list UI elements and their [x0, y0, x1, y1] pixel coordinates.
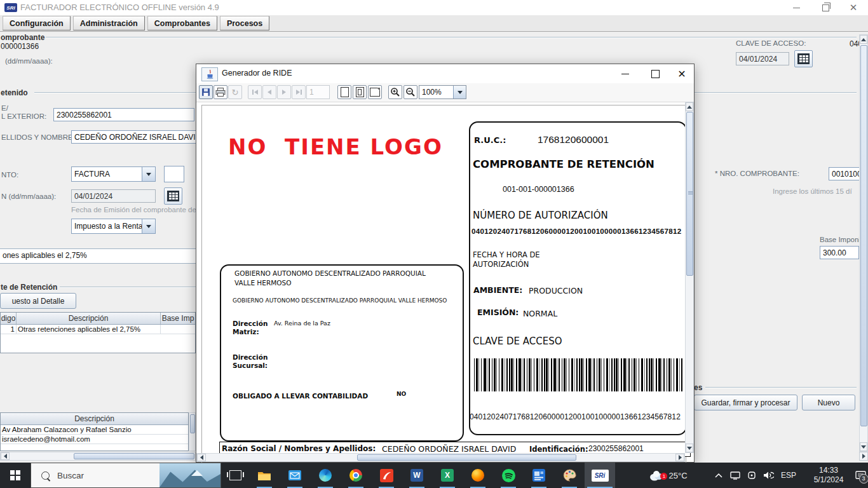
- scrollbar-thumb[interactable]: [74, 453, 194, 459]
- razon-social-value: CEDEÑO ORDOÑEZ ISRAEL DAVID: [382, 444, 516, 454]
- chevron-down-icon[interactable]: [142, 167, 155, 181]
- scroll-down-arrow[interactable]: [686, 444, 693, 452]
- tray-chevron[interactable]: [710, 463, 727, 488]
- scrollbar-thumb[interactable]: [357, 454, 576, 461]
- chevron-down-icon[interactable]: [453, 86, 466, 98]
- reload-button[interactable]: ↻: [228, 85, 242, 99]
- taskbar-item-edge[interactable]: [310, 463, 341, 488]
- action-center-button[interactable]: 3: [853, 463, 868, 488]
- menu-procesos[interactable]: Procesos: [220, 16, 269, 30]
- menu-comprobantes[interactable]: Comprobantes: [147, 16, 217, 30]
- taskbar-item-foxit[interactable]: [371, 463, 402, 488]
- tray-clock[interactable]: 14:33 5/1/2024: [802, 463, 855, 488]
- scroll-right-arrow[interactable]: [675, 454, 684, 461]
- group-line: [705, 387, 857, 388]
- taskbar-item-excel[interactable]: X: [432, 463, 463, 488]
- taskbar-item-explorer[interactable]: [249, 463, 280, 488]
- calendar-button-right[interactable]: [794, 50, 813, 67]
- tipo-doc-combo[interactable]: FACTURA: [71, 166, 156, 182]
- scrollbar-thumb[interactable]: [860, 45, 867, 426]
- small-checkbox-field[interactable]: [164, 166, 184, 182]
- scroll-left-arrow[interactable]: [1, 452, 10, 460]
- tray-security[interactable]: [743, 463, 760, 488]
- clock-date: 5/1/2024: [814, 475, 844, 485]
- col-descripcion2[interactable]: Descripción: [1, 413, 188, 424]
- scroll-up-arrow[interactable]: [686, 102, 693, 111]
- col-base[interactable]: Base Imp: [161, 313, 195, 324]
- calendar-button[interactable]: [164, 187, 182, 205]
- taskbar-item-news[interactable]: [524, 463, 554, 488]
- table-row[interactable]: 1 Otras retenciones aplicables el 2,75%: [1, 325, 195, 334]
- ride-maximize-button[interactable]: [641, 64, 670, 83]
- taskbar-item-chrome[interactable]: [341, 463, 371, 488]
- ride-dialog-title: Generador de RIDE: [222, 69, 292, 78]
- paint-icon: [563, 469, 576, 482]
- main-hscrollbar-left[interactable]: [0, 452, 196, 461]
- add-impuesto-button[interactable]: uesto al Detalle: [0, 293, 76, 309]
- edge-icon: [319, 469, 332, 482]
- taskbar-item-sri-active[interactable]: SRi: [585, 463, 615, 488]
- fit-width-view-button[interactable]: [368, 85, 382, 99]
- scroll-right-arrow[interactable]: [859, 452, 868, 461]
- scroll-down-arrow[interactable]: [860, 442, 867, 451]
- minimize-button[interactable]: [782, 0, 811, 15]
- restore-button[interactable]: [811, 0, 840, 15]
- ride-close-button[interactable]: ✕: [669, 64, 695, 83]
- scroll-up-arrow[interactable]: [860, 35, 867, 44]
- foxit-pdf-icon: [380, 469, 393, 482]
- chevron-down-icon[interactable]: [142, 219, 155, 233]
- guardar-firmar-button[interactable]: Guardar, firmar y procesar: [694, 395, 797, 410]
- prev-page-button[interactable]: [262, 85, 276, 99]
- taskbar-item-word[interactable]: W: [402, 463, 432, 488]
- single-page-view-button[interactable]: [337, 85, 351, 99]
- zoom-out-button[interactable]: [403, 85, 417, 99]
- fecha-emision-input[interactable]: 04/01/2024: [71, 189, 156, 203]
- close-button[interactable]: ✕: [839, 0, 868, 15]
- col-codigo[interactable]: digo: [1, 313, 17, 324]
- zoom-level-combo[interactable]: 100%: [419, 85, 466, 99]
- table-row[interactable]: Av Abraham Calazacon y Rafael Sanzio: [1, 425, 188, 435]
- fecha-right-input[interactable]: 04/01/2024: [736, 52, 789, 65]
- id-input[interactable]: 2300255862001: [53, 108, 194, 121]
- search-weather-image: [159, 463, 220, 487]
- main-vscrollbar[interactable]: [859, 34, 868, 452]
- tray-network[interactable]: [727, 463, 743, 488]
- menu-configuracion[interactable]: Configuración: [3, 16, 71, 30]
- menu-administracion[interactable]: Administración: [73, 16, 145, 30]
- last-page-button[interactable]: [292, 85, 306, 99]
- ride-minimize-button[interactable]: [611, 64, 639, 83]
- table-row[interactable]: israelcedeno@hotmail.com: [1, 435, 188, 444]
- taskbar-item-spotify[interactable]: [493, 463, 524, 488]
- base-imponible-input[interactable]: 300.00: [820, 246, 859, 259]
- fecha-autorizacion-label-2: AUTORIZACIÓN: [473, 260, 529, 269]
- search-box[interactable]: Buscar: [31, 463, 221, 488]
- first-page-button[interactable]: [248, 85, 262, 99]
- cell-descripcion: Otras retenciones aplicables el 2,75%: [17, 325, 161, 334]
- table-vscrollbar[interactable]: [189, 412, 196, 451]
- taskbar-item-mail[interactable]: [280, 463, 310, 488]
- taskbar-item-paint[interactable]: [554, 463, 585, 488]
- scrollbar-thumb[interactable]: [190, 414, 195, 433]
- ride-vscrollbar[interactable]: [685, 102, 694, 453]
- tray-language[interactable]: ESP: [776, 463, 801, 488]
- nuevo-button[interactable]: Nuevo: [802, 395, 855, 410]
- group-line: [60, 287, 196, 287]
- scroll-left-arrow[interactable]: [197, 454, 206, 461]
- page-number-input[interactable]: 1: [306, 85, 330, 99]
- impuesto-combo[interactable]: Impuesto a la Renta: [71, 219, 156, 234]
- ride-hscrollbar[interactable]: [196, 453, 685, 462]
- nro-comprobante-label: * NRO. COMPROBANTE:: [715, 170, 799, 177]
- start-button[interactable]: [0, 463, 31, 488]
- print-button[interactable]: [214, 85, 227, 99]
- scrollbar-thumb[interactable]: [686, 112, 693, 276]
- taskbar-item-firefox[interactable]: [463, 463, 493, 488]
- save-button[interactable]: [199, 85, 213, 99]
- tray-weather[interactable]: 1 25°C: [637, 463, 699, 488]
- task-view-button[interactable]: [221, 463, 249, 488]
- col-descripcion[interactable]: Descripción: [17, 313, 161, 324]
- tray-volume[interactable]: [760, 463, 776, 488]
- zoom-in-button[interactable]: [388, 85, 402, 99]
- actual-size-view-button[interactable]: [353, 85, 367, 99]
- next-page-button[interactable]: [277, 85, 291, 99]
- group-detalle-retencion-label: te de Retención: [1, 283, 57, 292]
